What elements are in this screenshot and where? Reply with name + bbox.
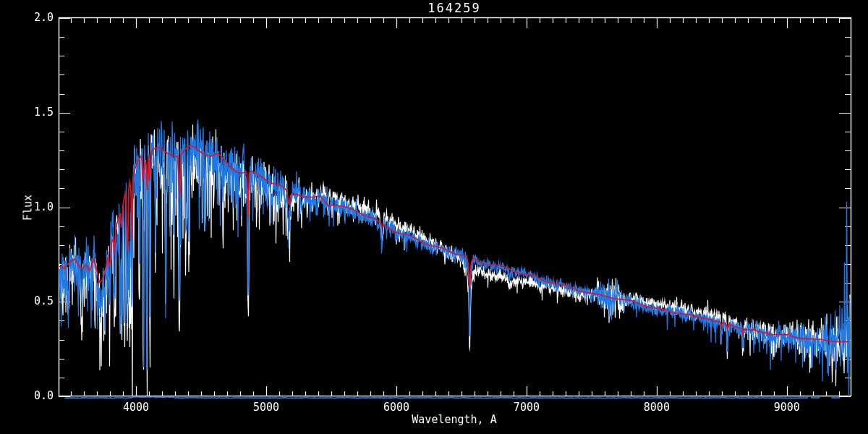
y-tick-label: 0.0	[27, 390, 54, 402]
y-tick-label: 2.0	[27, 12, 54, 24]
x-tick-label: 5000	[237, 401, 295, 414]
x-tick-label: 4000	[107, 401, 165, 414]
x-axis-label: Wavelength, A	[412, 414, 496, 426]
y-tick-label: 0.5	[27, 295, 54, 307]
x-tick-label: 7000	[498, 401, 556, 414]
x-tick-label: 8000	[628, 401, 686, 414]
y-tick-label: 1.0	[27, 201, 54, 213]
spectrum-plot-window: 164259 Wavelength, A Flux 40005000600070…	[0, 0, 868, 434]
plot-title: 164259	[427, 2, 480, 14]
y-tick-label: 1.5	[27, 106, 54, 119]
x-tick-label: 9000	[758, 401, 816, 414]
spectrum-canvas	[0, 0, 868, 434]
x-tick-label: 6000	[367, 401, 425, 414]
